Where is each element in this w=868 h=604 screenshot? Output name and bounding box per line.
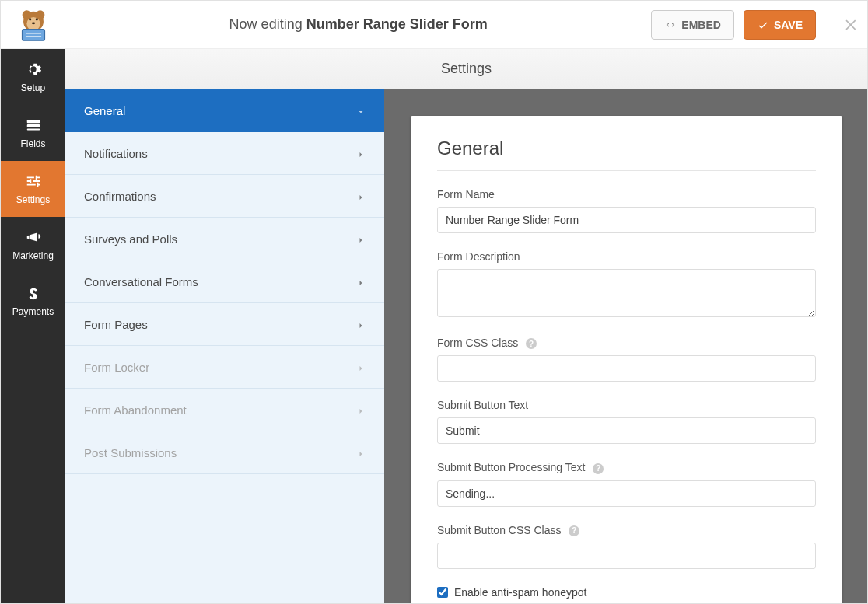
chevron-right-icon: [356, 191, 366, 201]
submenu-label: Conversational Forms: [84, 275, 198, 288]
svg-rect-11: [26, 124, 40, 127]
primary-nav: Setup Fields Settings Marketing Payments: [1, 49, 65, 603]
submenu-post-submissions[interactable]: Post Submissions: [65, 431, 384, 474]
submenu-label: Notifications: [84, 147, 148, 160]
svg-rect-12: [26, 129, 40, 131]
chevron-right-icon: [356, 448, 366, 457]
editing-form-name: Number Range Slider Form: [306, 16, 488, 32]
submenu-label: Form Locker: [84, 361, 149, 374]
svg-rect-10: [26, 120, 40, 124]
form-name-label: Form Name: [437, 188, 816, 201]
svg-point-6: [31, 22, 34, 24]
submit-button-processing-input[interactable]: [437, 480, 816, 507]
nav-payments[interactable]: Payments: [1, 273, 65, 329]
submit-button-css-class-input[interactable]: [437, 543, 816, 569]
bear-logo-icon: [16, 7, 51, 43]
general-settings-card: General Form Name Form Description: [411, 116, 842, 603]
close-button[interactable]: [835, 1, 867, 49]
nav-setup[interactable]: Setup: [1, 49, 65, 105]
submenu-surveys-polls[interactable]: Surveys and Polls: [65, 218, 384, 260]
settings-subheader: Settings: [65, 49, 867, 89]
bullhorn-icon: [25, 229, 42, 246]
embed-button[interactable]: EMBED: [651, 10, 734, 40]
form-name-input[interactable]: [437, 207, 816, 233]
help-icon[interactable]: ?: [569, 525, 579, 536]
submit-button-text-input[interactable]: [437, 417, 816, 444]
app-logo: [1, 1, 65, 49]
canvas: General Form Name Form Description: [384, 89, 867, 603]
check-icon: [757, 19, 769, 31]
panel-heading: General: [437, 138, 816, 159]
editing-prefix: Now editing: [229, 16, 306, 32]
chevron-right-icon: [356, 148, 366, 158]
nav-label: Settings: [16, 194, 50, 205]
submenu-label: Confirmations: [84, 190, 156, 203]
submenu-form-locker[interactable]: Form Locker: [65, 346, 384, 389]
honeypot-checkbox[interactable]: [437, 587, 448, 598]
submenu-label: General: [84, 104, 125, 117]
nav-label: Setup: [21, 82, 45, 93]
submenu-label: Surveys and Polls: [84, 232, 177, 246]
svg-point-4: [29, 18, 31, 20]
honeypot-label: Enable anti-spam honeypot: [454, 586, 586, 599]
form-css-class-label: Form CSS Class ?: [437, 337, 816, 349]
help-icon[interactable]: ?: [593, 463, 604, 474]
submit-button-text-label: Submit Button Text: [437, 399, 816, 411]
nav-marketing[interactable]: Marketing: [1, 217, 65, 273]
dollar-icon: [25, 285, 42, 302]
save-button-label: SAVE: [774, 19, 803, 31]
nav-label: Marketing: [12, 250, 54, 261]
svg-point-5: [35, 18, 37, 20]
help-icon[interactable]: ?: [526, 338, 537, 349]
sliders-icon: [25, 173, 42, 190]
gear-icon: [25, 61, 42, 78]
submenu-label: Post Submissions: [84, 446, 177, 459]
chevron-right-icon: [356, 319, 366, 329]
form-css-class-input[interactable]: [437, 355, 816, 382]
chevron-right-icon: [356, 362, 366, 372]
submenu-notifications[interactable]: Notifications: [65, 132, 384, 175]
divider: [437, 170, 816, 171]
chevron-right-icon: [356, 234, 366, 243]
submenu-confirmations[interactable]: Confirmations: [65, 175, 384, 218]
nav-label: Payments: [12, 306, 54, 317]
topbar-actions: EMBED SAVE: [651, 1, 867, 49]
submenu-form-abandonment[interactable]: Form Abandonment: [65, 389, 384, 431]
chevron-right-icon: [356, 277, 366, 286]
close-icon: [844, 17, 859, 33]
submit-button-css-class-label: Submit Button CSS Class ?: [437, 524, 816, 536]
form-description-label: Form Description: [437, 250, 816, 263]
submenu-general[interactable]: General: [65, 89, 384, 132]
embed-icon: [664, 19, 677, 31]
nav-label: Fields: [20, 138, 45, 149]
settings-submenu: General Notifications Confirmations: [65, 89, 384, 603]
chevron-down-icon: [356, 106, 366, 115]
topbar: Now editing Number Range Slider Form EMB…: [1, 1, 867, 49]
nav-fields[interactable]: Fields: [1, 105, 65, 161]
submenu-label: Form Pages: [84, 318, 148, 331]
nav-settings[interactable]: Settings: [1, 161, 65, 217]
chevron-right-icon: [356, 405, 366, 414]
submenu-form-pages[interactable]: Form Pages: [65, 303, 384, 346]
save-button[interactable]: SAVE: [744, 10, 816, 40]
form-description-input[interactable]: [437, 269, 816, 317]
submit-button-processing-label: Submit Button Processing Text ?: [437, 461, 816, 473]
embed-button-label: EMBED: [681, 19, 721, 31]
fields-icon: [25, 117, 42, 134]
submenu-label: Form Abandonment: [84, 403, 187, 417]
submenu-conversational-forms[interactable]: Conversational Forms: [65, 260, 384, 303]
editing-title: Now editing Number Range Slider Form: [65, 16, 651, 33]
svg-rect-7: [22, 29, 44, 40]
